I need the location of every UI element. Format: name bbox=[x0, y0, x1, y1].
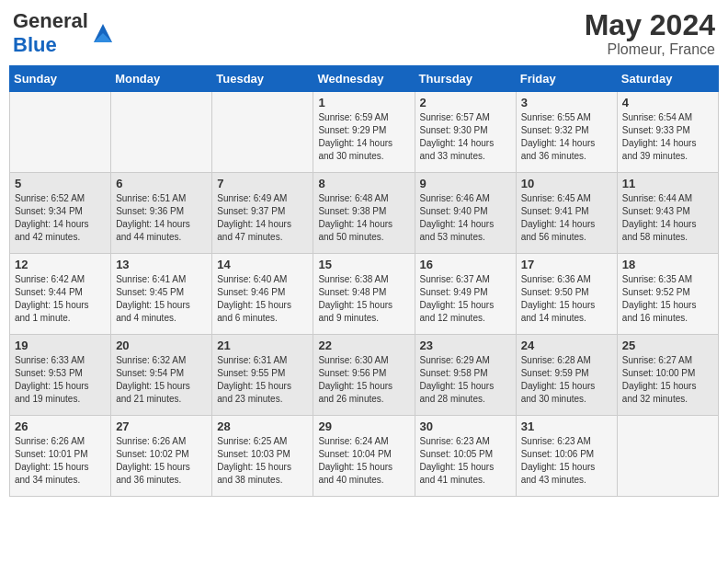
day-number: 16 bbox=[420, 258, 511, 271]
header-day-tuesday: Tuesday bbox=[212, 66, 313, 92]
day-info: Sunrise: 6:41 AM Sunset: 9:45 PM Dayligh… bbox=[116, 273, 207, 325]
calendar-cell bbox=[617, 416, 718, 497]
day-info: Sunrise: 6:44 AM Sunset: 9:43 PM Dayligh… bbox=[622, 192, 713, 244]
day-info: Sunrise: 6:59 AM Sunset: 9:29 PM Dayligh… bbox=[318, 111, 409, 163]
calendar-cell: 2Sunrise: 6:57 AM Sunset: 9:30 PM Daylig… bbox=[415, 92, 516, 173]
calendar-cell bbox=[212, 92, 313, 173]
week-row-4: 19Sunrise: 6:33 AM Sunset: 9:53 PM Dayli… bbox=[10, 335, 719, 416]
title-block: May 2024 Plomeur, France bbox=[585, 9, 715, 58]
day-number: 22 bbox=[318, 339, 409, 352]
day-number: 21 bbox=[217, 339, 308, 352]
day-info: Sunrise: 6:26 AM Sunset: 10:02 PM Daylig… bbox=[116, 435, 207, 487]
calendar-cell: 13Sunrise: 6:41 AM Sunset: 9:45 PM Dayli… bbox=[111, 254, 212, 335]
calendar-cell: 16Sunrise: 6:37 AM Sunset: 9:49 PM Dayli… bbox=[415, 254, 516, 335]
day-info: Sunrise: 6:27 AM Sunset: 10:00 PM Daylig… bbox=[622, 354, 713, 406]
day-info: Sunrise: 6:28 AM Sunset: 9:59 PM Dayligh… bbox=[521, 354, 612, 406]
logo-icon bbox=[90, 20, 116, 46]
page-header: General Blue May 2024 Plomeur, France bbox=[9, 9, 719, 58]
day-number: 3 bbox=[521, 96, 612, 109]
calendar-cell: 31Sunrise: 6:23 AM Sunset: 10:06 PM Dayl… bbox=[516, 416, 617, 497]
day-info: Sunrise: 6:49 AM Sunset: 9:37 PM Dayligh… bbox=[217, 192, 308, 244]
day-info: Sunrise: 6:38 AM Sunset: 9:48 PM Dayligh… bbox=[318, 273, 409, 325]
calendar-cell: 14Sunrise: 6:40 AM Sunset: 9:46 PM Dayli… bbox=[212, 254, 313, 335]
calendar-cell: 23Sunrise: 6:29 AM Sunset: 9:58 PM Dayli… bbox=[415, 335, 516, 416]
day-number: 5 bbox=[15, 177, 106, 190]
day-number: 14 bbox=[217, 258, 308, 271]
month-year-title: May 2024 bbox=[585, 9, 715, 41]
calendar-cell bbox=[111, 92, 212, 173]
day-info: Sunrise: 6:33 AM Sunset: 9:53 PM Dayligh… bbox=[15, 354, 106, 406]
day-info: Sunrise: 6:23 AM Sunset: 10:06 PM Daylig… bbox=[521, 435, 612, 487]
calendar-cell: 26Sunrise: 6:26 AM Sunset: 10:01 PM Dayl… bbox=[10, 416, 111, 497]
day-number: 25 bbox=[622, 339, 713, 352]
day-number: 18 bbox=[622, 258, 713, 271]
calendar-cell: 7Sunrise: 6:49 AM Sunset: 9:37 PM Daylig… bbox=[212, 173, 313, 254]
calendar-cell: 15Sunrise: 6:38 AM Sunset: 9:48 PM Dayli… bbox=[313, 254, 415, 335]
day-info: Sunrise: 6:26 AM Sunset: 10:01 PM Daylig… bbox=[15, 435, 106, 487]
calendar-cell: 6Sunrise: 6:51 AM Sunset: 9:36 PM Daylig… bbox=[111, 173, 212, 254]
calendar-cell: 27Sunrise: 6:26 AM Sunset: 10:02 PM Dayl… bbox=[111, 416, 212, 497]
calendar-cell: 10Sunrise: 6:45 AM Sunset: 9:41 PM Dayli… bbox=[516, 173, 617, 254]
day-info: Sunrise: 6:40 AM Sunset: 9:46 PM Dayligh… bbox=[217, 273, 308, 325]
day-info: Sunrise: 6:45 AM Sunset: 9:41 PM Dayligh… bbox=[521, 192, 612, 244]
day-info: Sunrise: 6:46 AM Sunset: 9:40 PM Dayligh… bbox=[420, 192, 511, 244]
week-row-3: 12Sunrise: 6:42 AM Sunset: 9:44 PM Dayli… bbox=[10, 254, 719, 335]
week-row-1: 1Sunrise: 6:59 AM Sunset: 9:29 PM Daylig… bbox=[10, 92, 719, 173]
day-info: Sunrise: 6:31 AM Sunset: 9:55 PM Dayligh… bbox=[217, 354, 308, 406]
day-number: 4 bbox=[622, 96, 713, 109]
calendar-cell: 21Sunrise: 6:31 AM Sunset: 9:55 PM Dayli… bbox=[212, 335, 313, 416]
logo-text: General Blue bbox=[13, 9, 88, 57]
header-day-thursday: Thursday bbox=[415, 66, 516, 92]
day-number: 2 bbox=[420, 96, 511, 109]
calendar-cell: 11Sunrise: 6:44 AM Sunset: 9:43 PM Dayli… bbox=[617, 173, 718, 254]
day-number: 8 bbox=[318, 177, 409, 190]
header-day-wednesday: Wednesday bbox=[313, 66, 415, 92]
logo-blue: Blue bbox=[13, 33, 57, 56]
calendar-cell: 20Sunrise: 6:32 AM Sunset: 9:54 PM Dayli… bbox=[111, 335, 212, 416]
day-number: 6 bbox=[116, 177, 207, 190]
calendar-cell: 1Sunrise: 6:59 AM Sunset: 9:29 PM Daylig… bbox=[313, 92, 415, 173]
day-info: Sunrise: 6:37 AM Sunset: 9:49 PM Dayligh… bbox=[420, 273, 511, 325]
day-info: Sunrise: 6:52 AM Sunset: 9:34 PM Dayligh… bbox=[15, 192, 106, 244]
week-row-5: 26Sunrise: 6:26 AM Sunset: 10:01 PM Dayl… bbox=[10, 416, 719, 497]
header-day-saturday: Saturday bbox=[617, 66, 718, 92]
header-day-monday: Monday bbox=[111, 66, 212, 92]
day-info: Sunrise: 6:23 AM Sunset: 10:05 PM Daylig… bbox=[420, 435, 511, 487]
day-number: 29 bbox=[318, 419, 409, 433]
day-number: 31 bbox=[521, 419, 612, 433]
calendar-cell: 24Sunrise: 6:28 AM Sunset: 9:59 PM Dayli… bbox=[516, 335, 617, 416]
calendar-cell: 18Sunrise: 6:35 AM Sunset: 9:52 PM Dayli… bbox=[617, 254, 718, 335]
day-number: 24 bbox=[521, 339, 612, 352]
calendar-cell: 17Sunrise: 6:36 AM Sunset: 9:50 PM Dayli… bbox=[516, 254, 617, 335]
day-info: Sunrise: 6:29 AM Sunset: 9:58 PM Dayligh… bbox=[420, 354, 511, 406]
header-day-friday: Friday bbox=[516, 66, 617, 92]
calendar-cell: 3Sunrise: 6:55 AM Sunset: 9:32 PM Daylig… bbox=[516, 92, 617, 173]
calendar-cell: 9Sunrise: 6:46 AM Sunset: 9:40 PM Daylig… bbox=[415, 173, 516, 254]
logo: General Blue bbox=[13, 9, 116, 57]
day-info: Sunrise: 6:48 AM Sunset: 9:38 PM Dayligh… bbox=[318, 192, 409, 244]
day-number: 19 bbox=[15, 339, 106, 352]
day-info: Sunrise: 6:51 AM Sunset: 9:36 PM Dayligh… bbox=[116, 192, 207, 244]
calendar-cell: 22Sunrise: 6:30 AM Sunset: 9:56 PM Dayli… bbox=[313, 335, 415, 416]
calendar-cell: 29Sunrise: 6:24 AM Sunset: 10:04 PM Dayl… bbox=[313, 416, 415, 497]
day-info: Sunrise: 6:42 AM Sunset: 9:44 PM Dayligh… bbox=[15, 273, 106, 325]
calendar-cell: 5Sunrise: 6:52 AM Sunset: 9:34 PM Daylig… bbox=[10, 173, 111, 254]
day-info: Sunrise: 6:24 AM Sunset: 10:04 PM Daylig… bbox=[318, 435, 409, 487]
day-number: 30 bbox=[420, 419, 511, 433]
day-number: 11 bbox=[622, 177, 713, 190]
calendar-header: SundayMondayTuesdayWednesdayThursdayFrid… bbox=[10, 66, 719, 92]
day-number: 26 bbox=[15, 419, 106, 433]
logo-general: General bbox=[13, 9, 88, 32]
location-title: Plomeur, France bbox=[585, 41, 715, 58]
calendar-cell: 4Sunrise: 6:54 AM Sunset: 9:33 PM Daylig… bbox=[617, 92, 718, 173]
calendar-cell: 28Sunrise: 6:25 AM Sunset: 10:03 PM Dayl… bbox=[212, 416, 313, 497]
day-number: 28 bbox=[217, 419, 308, 433]
calendar-cell: 30Sunrise: 6:23 AM Sunset: 10:05 PM Dayl… bbox=[415, 416, 516, 497]
week-row-2: 5Sunrise: 6:52 AM Sunset: 9:34 PM Daylig… bbox=[10, 173, 719, 254]
day-number: 17 bbox=[521, 258, 612, 271]
calendar-cell: 25Sunrise: 6:27 AM Sunset: 10:00 PM Dayl… bbox=[617, 335, 718, 416]
calendar-cell: 8Sunrise: 6:48 AM Sunset: 9:38 PM Daylig… bbox=[313, 173, 415, 254]
header-row: SundayMondayTuesdayWednesdayThursdayFrid… bbox=[10, 66, 719, 92]
calendar-body: 1Sunrise: 6:59 AM Sunset: 9:29 PM Daylig… bbox=[10, 92, 719, 497]
day-number: 9 bbox=[420, 177, 511, 190]
